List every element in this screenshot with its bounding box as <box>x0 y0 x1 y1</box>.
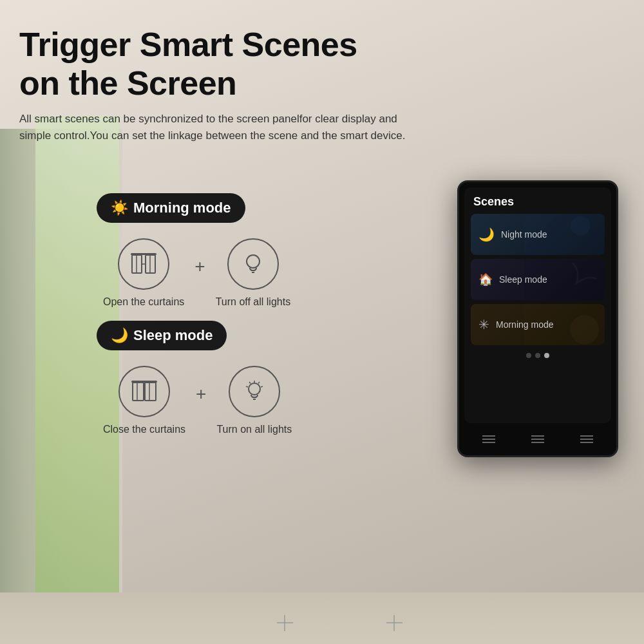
morning-scene-icon: ✳ <box>478 317 489 332</box>
dot-1 <box>526 353 531 358</box>
scene-item-morning[interactable]: ✳ Morning mode <box>471 304 605 345</box>
turn-off-lights-action: Turn off all lights <box>216 238 291 308</box>
bulb-off-icon <box>227 238 279 290</box>
plus-sign-1: + <box>194 256 205 277</box>
svg-rect-10 <box>133 383 144 401</box>
bulb-on-icon <box>229 366 280 417</box>
svg-line-21 <box>246 386 248 387</box>
svg-point-6 <box>247 255 260 268</box>
scene-item-night[interactable]: 🌙 Night mode <box>471 214 605 255</box>
plus-sign-2: + <box>196 384 206 404</box>
floor-marker-right <box>386 615 402 631</box>
floor-marker-left <box>277 615 293 631</box>
dot-3-active <box>544 353 549 358</box>
curtain-open-icon <box>118 238 169 290</box>
sleep-actions: Close the curtains + <box>97 366 431 435</box>
night-scene-icon: 🌙 <box>478 227 495 242</box>
morning-scene-label: Morning mode <box>496 319 554 330</box>
open-curtains-action: Open the curtains <box>103 238 184 308</box>
svg-point-23 <box>571 216 591 236</box>
sleep-scene-icon: 🏠 <box>478 272 493 287</box>
morning-mode-section: ☀️ Morning mode <box>97 193 431 308</box>
nav-button-3[interactable] <box>580 435 593 443</box>
sleep-scene-label: Sleep mode <box>499 274 547 285</box>
svg-rect-12 <box>145 383 156 401</box>
svg-line-19 <box>261 386 263 387</box>
dot-2 <box>535 353 540 358</box>
nav-button-2[interactable] <box>531 435 544 443</box>
device-panel: Scenes 🌙 Night mode 🏠 Sleep mode <box>457 180 618 457</box>
screen-title: Scenes <box>464 187 611 214</box>
night-scene-label: Night mode <box>501 229 547 240</box>
device-bottom-nav <box>464 423 611 455</box>
turn-on-lights-action: Turn on all lights <box>216 366 292 435</box>
nav-button-1[interactable] <box>482 435 495 443</box>
morning-actions: Open the curtains + Turn off all lights <box>97 238 431 308</box>
svg-line-20 <box>249 382 251 384</box>
title-section: Trigger Smart Scenes on the Screen All s… <box>19 26 406 144</box>
close-curtains-action: Close the curtains <box>103 366 185 435</box>
diagram-section: ☀️ Morning mode <box>97 193 431 442</box>
device-screen: Scenes 🌙 Night mode 🏠 Sleep mode <box>464 187 611 423</box>
sleep-mode-badge[interactable]: 🌙 Sleep mode <box>97 321 227 350</box>
sun-icon: ☀️ <box>111 200 128 216</box>
subtitle: All smart scenes can be synchronized to … <box>19 111 406 145</box>
sleep-mode-section: 🌙 Sleep mode <box>97 321 431 435</box>
screen-dots <box>464 349 611 362</box>
curtain-close-icon <box>118 366 170 417</box>
svg-point-26 <box>570 315 599 344</box>
main-content: Trigger Smart Scenes on the Screen All s… <box>13 13 631 644</box>
svg-point-14 <box>249 383 260 395</box>
morning-mode-badge[interactable]: ☀️ Morning mode <box>97 193 245 223</box>
svg-line-18 <box>258 382 260 384</box>
moon-icon: 🌙 <box>111 327 128 344</box>
main-title: Trigger Smart Scenes on the Screen <box>19 26 406 103</box>
scene-item-sleep[interactable]: 🏠 Sleep mode <box>471 259 605 300</box>
